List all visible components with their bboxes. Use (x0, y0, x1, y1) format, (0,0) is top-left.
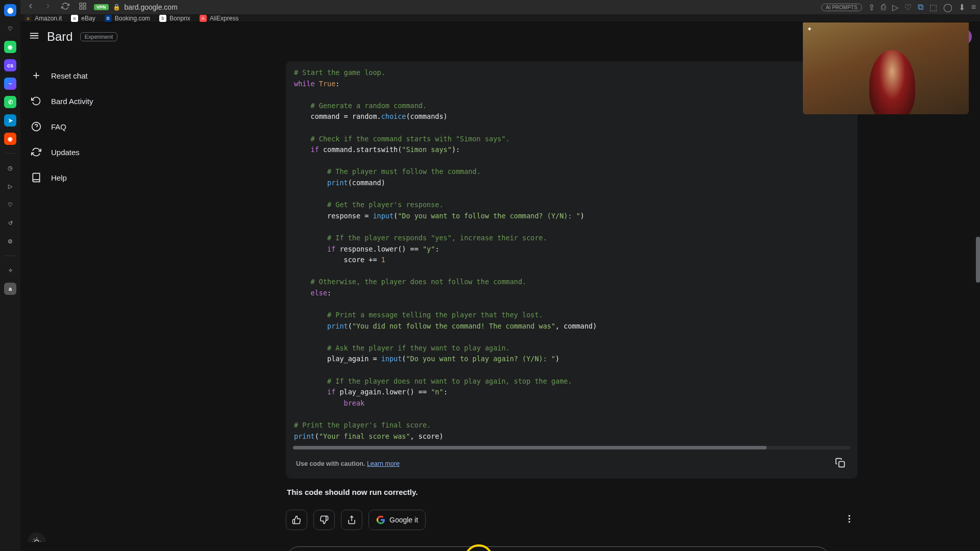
sidebar-item-label: Help (51, 173, 67, 182)
sidebar-item-faq[interactable]: FAQ (20, 114, 163, 139)
play-browser-icon[interactable]: ▷ (892, 3, 898, 12)
download-icon[interactable]: ⬇ (959, 3, 965, 12)
app-icon[interactable]: ⬤ (4, 4, 16, 16)
sidebar-item-updates[interactable]: Updates (20, 140, 163, 164)
clock-icon[interactable]: ◷ (4, 162, 16, 174)
svg-rect-2 (83, 7, 86, 9)
sidebar-item-help[interactable]: Help (20, 165, 163, 190)
bard-app: Bard Experiment a Reset chat Bard Activi… (20, 22, 980, 551)
share-button[interactable] (341, 510, 362, 530)
menu-icon[interactable] (29, 30, 40, 43)
google-it-button[interactable]: Google it (369, 510, 426, 530)
code-content[interactable]: # Start the game loop. while True: # Gen… (294, 67, 849, 446)
reload-button[interactable] (59, 0, 71, 14)
forward-button[interactable] (42, 0, 54, 14)
sidebar-item-label: FAQ (51, 122, 66, 131)
prompt-input-container[interactable] (286, 546, 830, 551)
sidebar-item-reset[interactable]: Reset chat (20, 63, 163, 88)
profile-browser-icon[interactable]: ◯ (943, 3, 952, 12)
plus-icon (31, 70, 42, 81)
ai-prompts-button[interactable]: AI PROMPTS (821, 4, 862, 11)
sidebar-item-label: Reset chat (51, 71, 88, 80)
learn-more-link[interactable]: Learn more (367, 460, 400, 467)
more-options-button[interactable] (841, 511, 857, 529)
bookmark-booking[interactable]: BBooking.com (105, 15, 150, 22)
google-logo-icon (376, 515, 385, 524)
divider (5, 153, 15, 154)
send-button[interactable] (838, 549, 857, 551)
sidebar-item-label: Updates (51, 148, 80, 157)
prompt-area (286, 540, 857, 551)
grid-icon[interactable] (77, 0, 89, 14)
cube-icon[interactable]: ⬚ (929, 3, 937, 12)
svg-point-10 (848, 515, 850, 517)
favorites-icon[interactable]: ♡ (4, 22, 16, 35)
os-sidebar: ⬤ ♡ ◉ cs ~ ✆ ➤ ◉ ◷ ▷ ♡ ↺ ⚙ ✧ a (0, 0, 20, 551)
browser-toolbar: VPN 🔒 bard.google.com AI PROMPTS ⇪ ⎙ ▷ ♡… (20, 0, 980, 15)
svg-rect-3 (80, 7, 82, 9)
svg-point-11 (848, 518, 850, 520)
menu-browser-icon[interactable]: ≡ (971, 3, 976, 12)
svg-line-16 (34, 539, 34, 539)
export-icon[interactable]: ⇪ (868, 3, 875, 12)
play-icon[interactable]: ▷ (4, 180, 16, 192)
book-icon (31, 172, 42, 183)
horizontal-scrollbar[interactable] (293, 446, 850, 449)
sidebar-item-activity[interactable]: Bard Activity (20, 89, 163, 113)
back-button[interactable] (24, 0, 37, 14)
profile-icon[interactable]: a (4, 283, 16, 295)
light-icon[interactable]: ✧ (4, 264, 16, 277)
caution-text: Use code with caution. Learn more (296, 460, 400, 467)
sparkle-icon: ✦ (807, 26, 812, 33)
app-icon[interactable]: cs (4, 59, 16, 71)
camera-icon[interactable]: ⎙ (881, 3, 886, 12)
app-title: Bard (47, 30, 73, 44)
response-text: This code should now run correctly. (286, 485, 857, 499)
copy-browser-icon[interactable]: ⧉ (918, 3, 923, 12)
url-text[interactable]: bard.google.com (125, 3, 178, 11)
sidebar-item-label: Bard Activity (51, 97, 93, 106)
messenger-icon[interactable]: ~ (4, 78, 16, 90)
settings-icon[interactable]: ⚙ (4, 235, 16, 247)
webcam-overlay: ✦ (803, 22, 969, 114)
code-block: # Start the game loop. while True: # Gen… (286, 61, 857, 479)
app-icon[interactable]: ◉ (4, 133, 16, 145)
vertical-scrollbar[interactable] (976, 237, 980, 283)
bard-sidebar: Reset chat Bard Activity FAQ Updates Hel… (20, 22, 163, 551)
response-actions: Google it (286, 499, 857, 535)
whatsapp-icon[interactable]: ✆ (4, 96, 16, 108)
vpn-badge[interactable]: VPN (94, 4, 109, 10)
divider (5, 256, 15, 256)
heart-browser-icon[interactable]: ♡ (904, 3, 912, 12)
copy-code-button[interactable] (833, 456, 847, 471)
svg-rect-8 (839, 462, 845, 467)
google-it-label: Google it (389, 516, 418, 524)
svg-rect-1 (83, 3, 86, 6)
experiment-badge: Experiment (80, 32, 118, 41)
bookmark-aliexpress[interactable]: AAliExpress (200, 15, 239, 22)
bookmarks-bar: aAmazon.it eeBay BBooking.com bBonprix A… (20, 15, 980, 22)
history-icon[interactable]: ↺ (4, 217, 16, 229)
help-circle-icon (31, 121, 42, 132)
heart-icon[interactable]: ♡ (4, 198, 16, 211)
bookmark-bonprix[interactable]: bBonprix (159, 15, 190, 22)
refresh-icon (31, 147, 42, 157)
svg-point-12 (848, 521, 850, 522)
app-icon[interactable]: ◉ (4, 41, 16, 53)
thumbs-up-button[interactable] (286, 510, 307, 530)
history-icon (31, 96, 42, 106)
telegram-icon[interactable]: ➤ (4, 114, 16, 127)
bookmark-ebay[interactable]: eeBay (71, 15, 95, 22)
thumbs-down-button[interactable] (313, 510, 335, 530)
svg-rect-0 (80, 3, 82, 6)
bookmark-amazon[interactable]: aAmazon.it (24, 15, 62, 22)
lock-icon: 🔒 (113, 4, 120, 11)
